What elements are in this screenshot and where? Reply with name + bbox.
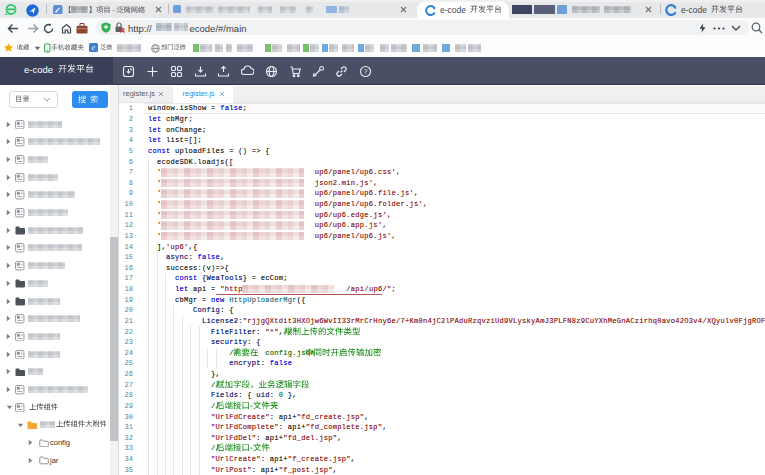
- svg-text:?: ?: [363, 68, 367, 75]
